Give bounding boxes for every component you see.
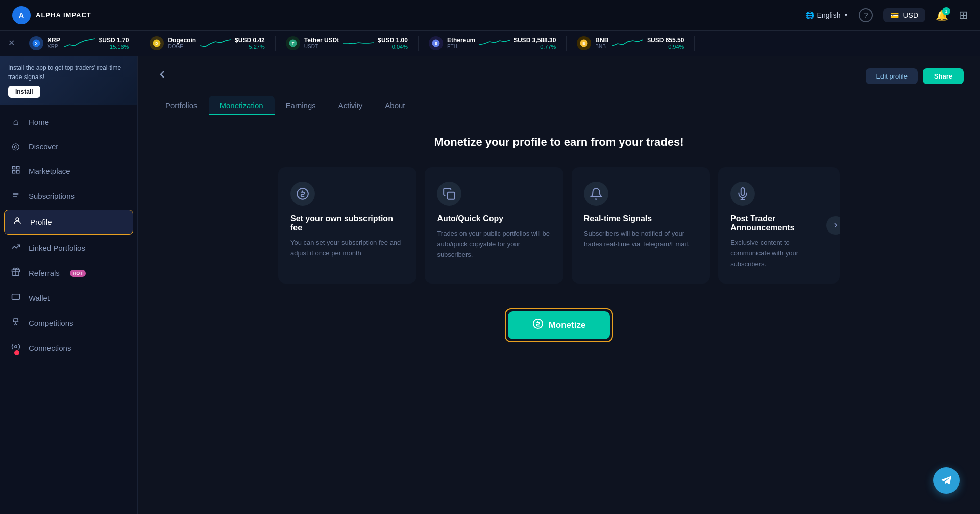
feature-card-subscription-fee: Set your own subscription fee You can se… bbox=[278, 167, 416, 284]
portfolio-icon-button[interactable]: ⊞ bbox=[959, 9, 968, 22]
sidebar-item-label: Discover bbox=[29, 142, 58, 151]
competitions-icon bbox=[10, 317, 21, 329]
tab-earnings[interactable]: Earnings bbox=[275, 96, 327, 115]
sidebar-item-wallet[interactable]: Wallet bbox=[0, 286, 137, 311]
feature-cards-row: Set your own subscription fee You can se… bbox=[278, 167, 840, 284]
svg-rect-13 bbox=[17, 171, 19, 173]
referrals-icon bbox=[10, 267, 21, 279]
post-trader-title: Post Trader Announcements bbox=[730, 214, 827, 233]
sidebar-item-linked-portfolios[interactable]: Linked Portfolios bbox=[0, 236, 137, 261]
install-banner: Install the app to get top traders' real… bbox=[0, 56, 137, 105]
edit-profile-button[interactable]: Edit profile bbox=[866, 68, 917, 84]
feature-card-post-trader: Post Trader Announcements Exclusive cont… bbox=[718, 167, 840, 284]
sidebar-item-label: Referrals bbox=[29, 269, 60, 277]
language-label: English bbox=[817, 11, 841, 19]
sidebar-item-label: Competitions bbox=[29, 319, 74, 327]
tab-portfolios[interactable]: Portfolios bbox=[154, 96, 209, 115]
logo: A ALPHA IMPACT bbox=[12, 6, 91, 24]
svg-text:T: T bbox=[291, 41, 294, 46]
monetize-button-wrapper: Monetize bbox=[505, 308, 614, 342]
svg-rect-21 bbox=[448, 192, 455, 199]
eth-icon: E bbox=[429, 36, 443, 50]
svg-rect-11 bbox=[17, 166, 19, 169]
logo-icon: A bbox=[12, 6, 31, 24]
post-trader-icon bbox=[730, 182, 755, 206]
main-content: Edit profile Share Portfolios Monetizati… bbox=[138, 56, 980, 514]
feature-card-auto-copy: Auto/Quick Copy Trades on your public po… bbox=[425, 167, 563, 284]
logo-text: ALPHA IMPACT bbox=[36, 11, 91, 19]
feature-card-realtime-signals: Real-time Signals Subscribers will be no… bbox=[572, 167, 710, 284]
sidebar-item-competitions[interactable]: Competitions bbox=[0, 311, 137, 336]
monetize-button-label: Monetize bbox=[549, 320, 586, 330]
monetize-button[interactable]: Monetize bbox=[508, 311, 610, 339]
help-button[interactable]: ? bbox=[859, 8, 873, 22]
install-button[interactable]: Install bbox=[8, 86, 40, 98]
sidebar-item-subscriptions[interactable]: Subscriptions bbox=[0, 184, 137, 209]
svg-text:D: D bbox=[156, 41, 159, 46]
realtime-signals-icon bbox=[584, 182, 608, 206]
top-nav-right: 🌐 English ▼ ? 💳 USD 🔔 1 ⊞ bbox=[805, 8, 968, 22]
ticker-item-xrp: X XRP XRP $USD 1.70 15.16% bbox=[19, 36, 139, 51]
xrp-price: $USD 1.70 15.16% bbox=[99, 37, 129, 50]
home-icon: ⌂ bbox=[10, 117, 21, 127]
xrp-icon: X bbox=[29, 36, 43, 50]
subscriptions-icon bbox=[10, 190, 21, 202]
currency-label: USD bbox=[903, 11, 918, 19]
svg-text:B: B bbox=[583, 41, 586, 46]
sidebar-item-home[interactable]: ⌂ Home bbox=[0, 110, 137, 134]
doge-icon: D bbox=[150, 36, 164, 50]
back-button[interactable] bbox=[154, 66, 170, 86]
svg-rect-10 bbox=[12, 166, 15, 169]
subscription-fee-icon bbox=[290, 182, 315, 206]
doge-chart bbox=[200, 36, 231, 51]
sidebar-item-label: Home bbox=[29, 118, 49, 126]
svg-text:X: X bbox=[35, 41, 37, 46]
usdt-info: Tether USDt USDT bbox=[304, 37, 339, 49]
close-ticker-button[interactable]: ✕ bbox=[4, 38, 19, 48]
ticker-item-eth: E Ethereum ETH $USD 3,588.30 0.77% bbox=[419, 36, 567, 51]
profile-icon bbox=[12, 216, 23, 228]
share-button[interactable]: Share bbox=[923, 68, 964, 84]
language-selector[interactable]: 🌐 English ▼ bbox=[805, 11, 849, 19]
svg-rect-12 bbox=[12, 171, 15, 173]
tab-activity[interactable]: Activity bbox=[327, 96, 374, 115]
sidebar-item-label: Subscriptions bbox=[29, 192, 75, 200]
ticker-bar: ✕ X XRP XRP $USD 1.70 15.16% D Dogecoin … bbox=[0, 31, 980, 56]
sidebar-item-label: Connections bbox=[29, 344, 71, 352]
realtime-signals-title: Real-time Signals bbox=[584, 214, 698, 223]
currency-selector[interactable]: 💳 USD bbox=[883, 8, 925, 22]
top-navigation: A ALPHA IMPACT 🌐 English ▼ ? 💳 USD 🔔 1 ⊞ bbox=[0, 0, 980, 31]
auto-copy-icon bbox=[437, 182, 461, 206]
header-actions: Edit profile Share bbox=[866, 68, 964, 84]
sidebar-item-label: Linked Portfolios bbox=[29, 244, 85, 252]
telegram-fab-button[interactable] bbox=[933, 467, 960, 494]
content-header: Edit profile Share bbox=[138, 56, 980, 86]
hot-badge: HOT bbox=[70, 270, 86, 277]
sidebar-item-profile[interactable]: Profile bbox=[4, 210, 133, 235]
ticker-item-usdt: T Tether USDt USDT $USD 1.00 0.04% bbox=[276, 36, 419, 51]
notification-button[interactable]: 🔔 1 bbox=[936, 9, 948, 21]
monetize-button-icon bbox=[532, 318, 544, 332]
sidebar: Install the app to get top traders' real… bbox=[0, 56, 138, 514]
sidebar-item-label: Marketplace bbox=[29, 167, 70, 175]
sidebar-nav: ⌂ Home ◎ Discover Marketplace bbox=[0, 105, 137, 514]
sidebar-item-discover[interactable]: ◎ Discover bbox=[0, 134, 137, 159]
auto-copy-desc: Trades on your public portfolios will be… bbox=[437, 228, 551, 260]
wallet-icon bbox=[10, 292, 21, 304]
svg-point-19 bbox=[15, 346, 17, 348]
eth-chart bbox=[479, 36, 510, 51]
doge-price: $USD 0.42 5.27% bbox=[235, 37, 265, 50]
sidebar-item-marketplace[interactable]: Marketplace bbox=[0, 159, 137, 184]
xrp-chart bbox=[64, 36, 95, 51]
telegram-icon bbox=[940, 474, 953, 487]
sidebar-item-connections[interactable]: Connections bbox=[0, 336, 137, 361]
sidebar-item-label: Profile bbox=[30, 218, 52, 226]
subscription-fee-title: Set your own subscription fee bbox=[290, 214, 404, 233]
bnb-price: $USD 655.50 0.94% bbox=[647, 37, 684, 50]
tab-monetization[interactable]: Monetization bbox=[209, 96, 275, 115]
tab-about[interactable]: About bbox=[374, 96, 416, 115]
usdt-chart bbox=[343, 36, 374, 51]
sidebar-item-label: Wallet bbox=[29, 294, 50, 302]
sidebar-item-referrals[interactable]: Referrals HOT bbox=[0, 261, 137, 286]
bnb-info: BNB BNB bbox=[595, 37, 608, 49]
